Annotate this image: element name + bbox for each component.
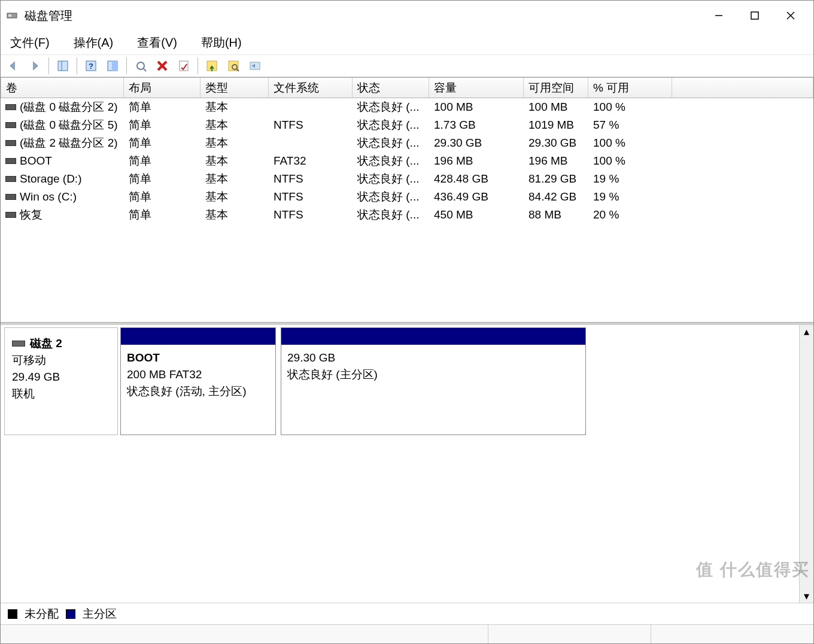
svg-rect-11 <box>112 61 117 71</box>
disk-size: 29.49 GB <box>12 369 110 385</box>
vol-name: (磁盘 0 磁盘分区 5) <box>20 117 118 133</box>
vol-fs: NTFS <box>269 208 353 222</box>
show-hide-actions-button[interactable] <box>104 57 122 75</box>
vol-type: 基本 <box>201 206 269 223</box>
menu-bar: 文件(F) 操作(A) 查看(V) 帮助(H) <box>1 31 813 54</box>
vol-layout: 简单 <box>124 99 201 116</box>
vol-layout: 简单 <box>124 135 201 151</box>
vol-capacity: 450 MB <box>429 208 524 222</box>
menu-action[interactable]: 操作(A) <box>70 32 117 53</box>
menu-view[interactable]: 查看(V) <box>133 32 181 53</box>
table-row[interactable]: 恢复简单基本NTFS状态良好 (...450 MB88 MB20 % <box>1 206 813 224</box>
volume-list: 卷 布局 类型 文件系统 状态 容量 可用空间 % 可用 (磁盘 0 磁盘分区 … <box>1 77 813 323</box>
vol-status: 状态良好 (... <box>353 135 429 151</box>
vol-name: 恢复 <box>20 207 42 223</box>
legend-primary: 主分区 <box>83 606 117 622</box>
partition-status: 状态良好 (主分区) <box>287 366 579 383</box>
partition-meta: 29.30 GB <box>287 350 579 366</box>
vol-layout: 简单 <box>124 153 201 169</box>
volume-icon <box>5 140 16 146</box>
explore-icon[interactable] <box>224 57 242 75</box>
help-button[interactable]: ? <box>82 57 100 75</box>
partition-meta: 200 MB FAT32 <box>127 366 269 383</box>
vol-layout: 简单 <box>124 206 201 223</box>
vol-free: 88 MB <box>524 208 588 222</box>
svg-rect-6 <box>58 61 68 71</box>
minimize-button[interactable] <box>701 1 737 31</box>
show-hide-console-tree-button[interactable] <box>54 57 72 75</box>
partition-boot[interactable]: BOOT 200 MB FAT32 状态良好 (活动, 主分区) <box>120 327 276 435</box>
vol-pct: 19 % <box>588 190 672 204</box>
col-type[interactable]: 类型 <box>201 78 269 98</box>
disk-info-box[interactable]: 磁盘 2 可移动 29.49 GB 联机 <box>4 327 118 435</box>
col-capacity[interactable]: 容量 <box>429 78 524 98</box>
scroll-down-icon[interactable]: ▾ <box>804 590 809 603</box>
col-volume[interactable]: 卷 <box>1 78 124 98</box>
vol-capacity: 100 MB <box>429 100 524 114</box>
vol-layout: 简单 <box>124 171 201 187</box>
properties-icon[interactable] <box>175 57 193 75</box>
vol-fs <box>269 142 353 144</box>
col-filesystem[interactable]: 文件系统 <box>269 78 353 98</box>
col-status[interactable]: 状态 <box>353 78 429 98</box>
delete-icon[interactable] <box>153 57 171 75</box>
forward-button[interactable] <box>26 57 44 75</box>
vol-fs: FAT32 <box>269 154 353 168</box>
close-button[interactable] <box>773 1 809 31</box>
vol-fs: NTFS <box>269 190 353 204</box>
partition-unnamed[interactable]: 29.30 GB 状态良好 (主分区) <box>281 327 586 435</box>
vol-pct: 100 % <box>588 154 672 168</box>
disk-icon <box>12 341 25 347</box>
vol-name: BOOT <box>20 154 52 168</box>
scrollbar[interactable]: ▴ ▾ <box>799 325 813 603</box>
table-row[interactable]: BOOT简单基本FAT32状态良好 (...196 MB196 MB100 % <box>1 152 813 170</box>
svg-line-13 <box>144 69 146 71</box>
vol-fs <box>269 107 353 108</box>
vol-status: 状态良好 (... <box>353 171 429 187</box>
new-volume-icon[interactable] <box>203 57 221 75</box>
back-button[interactable] <box>4 57 22 75</box>
window-title: 磁盘管理 <box>25 8 72 24</box>
maximize-button[interactable] <box>737 1 773 31</box>
vol-type: 基本 <box>201 189 269 205</box>
vol-layout: 简单 <box>124 117 201 133</box>
vol-capacity: 1.73 GB <box>429 118 524 132</box>
vol-free: 84.42 GB <box>524 190 588 204</box>
col-spacer <box>672 78 813 98</box>
svg-text:?: ? <box>89 62 93 71</box>
volume-icon <box>5 212 16 218</box>
svg-point-12 <box>137 62 144 69</box>
table-row[interactable]: (磁盘 0 磁盘分区 5)简单基本NTFS状态良好 (...1.73 GB101… <box>1 116 813 134</box>
volume-icon <box>5 104 16 110</box>
legend-swatch-primary <box>66 609 75 619</box>
vol-name: Storage (D:) <box>20 172 81 186</box>
refresh-icon[interactable] <box>132 57 150 75</box>
vol-name: (磁盘 0 磁盘分区 2) <box>20 99 118 115</box>
vol-free: 29.30 GB <box>524 136 588 150</box>
vol-capacity: 29.30 GB <box>429 136 524 150</box>
vol-pct: 100 % <box>588 100 672 114</box>
menu-file[interactable]: 文件(F) <box>7 32 53 53</box>
col-free[interactable]: 可用空间 <box>524 78 588 98</box>
disk-management-window: 磁盘管理 文件(F) 操作(A) 查看(V) 帮助(H) ? 卷 布局 类 <box>0 0 814 644</box>
table-row[interactable]: Storage (D:)简单基本NTFS状态良好 (...428.48 GB81… <box>1 170 813 188</box>
menu-help[interactable]: 帮助(H) <box>198 32 245 53</box>
scroll-up-icon[interactable]: ▴ <box>804 325 809 338</box>
legend-unallocated: 未分配 <box>25 606 59 622</box>
table-row[interactable]: (磁盘 0 磁盘分区 2)简单基本状态良好 (...100 MB100 MB10… <box>1 98 813 116</box>
col-pctfree[interactable]: % 可用 <box>588 78 672 98</box>
volume-icon <box>5 122 16 128</box>
legend-swatch-unallocated <box>8 609 17 619</box>
partition-name: BOOT <box>127 350 269 366</box>
vol-free: 81.29 GB <box>524 172 588 186</box>
vol-status: 状态良好 (... <box>353 99 429 116</box>
col-layout[interactable]: 布局 <box>124 78 201 98</box>
volume-rows: (磁盘 0 磁盘分区 2)简单基本状态良好 (...100 MB100 MB10… <box>1 98 813 224</box>
volume-icon <box>5 194 16 200</box>
vol-type: 基本 <box>201 153 269 169</box>
table-row[interactable]: (磁盘 2 磁盘分区 2)简单基本状态良好 (...29.30 GB29.30 … <box>1 134 813 152</box>
settings-icon[interactable] <box>246 57 264 75</box>
svg-rect-3 <box>751 12 758 19</box>
table-row[interactable]: Win os (C:)简单基本NTFS状态良好 (...436.49 GB84.… <box>1 188 813 206</box>
vol-type: 基本 <box>201 117 269 133</box>
